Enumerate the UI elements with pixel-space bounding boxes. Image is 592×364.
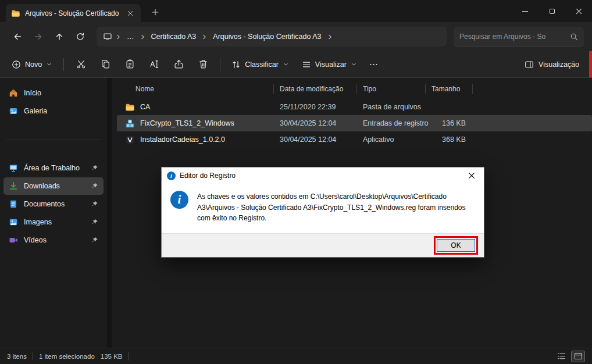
sidebar-divider (0, 120, 107, 159)
up-button[interactable] (49, 27, 70, 47)
navigation-bar: … Certificado A3 Arquivos - Solução Cert… (0, 22, 592, 51)
sidebar-item-galeria[interactable]: Galeria (3, 102, 104, 120)
rename-icon (149, 59, 159, 69)
pictures-icon (9, 217, 18, 227)
file-type: Entradas de registro (357, 119, 426, 127)
close-button[interactable] (565, 0, 592, 22)
column-header-nome[interactable]: Nome (117, 84, 274, 94)
large-icons-view-button[interactable] (571, 351, 585, 362)
copy-icon (101, 59, 110, 69)
dialog-titlebar: i Editor do Registro (162, 167, 484, 184)
sidebar-item-label: Vídeos (24, 236, 47, 244)
downloads-icon (9, 181, 18, 191)
maximize-icon (550, 9, 555, 14)
details-view-button[interactable] (554, 351, 568, 362)
dialog-footer: OK (162, 233, 484, 257)
info-icon: i (170, 191, 188, 209)
sidebar-item-inicio[interactable]: Início (3, 84, 104, 102)
file-row-fixcrypto[interactable]: FixCrypto_TLS1_2_Windows 30/04/2025 12:0… (117, 115, 592, 131)
ok-button-annotation: OK (434, 236, 478, 255)
status-bar: 3 itens 1 item selecionado 135 KB (0, 348, 592, 364)
column-header-tipo[interactable]: Tipo (357, 84, 426, 94)
sidebar-item-downloads[interactable]: Downloads (3, 177, 104, 195)
new-button[interactable]: Novo (6, 56, 58, 73)
dialog-body: i As chaves e os valores contidos em C:\… (162, 184, 484, 233)
dialog-close-button[interactable] (459, 167, 484, 184)
minimize-button[interactable] (512, 0, 538, 22)
application-icon (125, 135, 135, 145)
search-input[interactable] (459, 33, 565, 41)
preview-pane-icon (525, 60, 534, 69)
refresh-icon (76, 32, 85, 41)
titlebar: Arquivos - Solução Certificado (0, 0, 592, 22)
copy-button[interactable] (94, 55, 117, 74)
sidebar-item-imagens[interactable]: Imagens (3, 213, 104, 231)
sidebar-scrollbar[interactable] (107, 78, 112, 348)
view-icon (302, 60, 311, 69)
this-pc-icon[interactable] (101, 32, 114, 41)
breadcrumb-ellipsis[interactable]: … (123, 30, 138, 43)
folder-icon (11, 9, 20, 18)
gallery-icon (9, 106, 18, 116)
delete-button[interactable] (191, 55, 215, 74)
cut-button[interactable] (69, 55, 92, 74)
chevron-down-icon (283, 61, 289, 67)
new-tab-button[interactable] (148, 5, 163, 20)
forward-button[interactable] (28, 27, 49, 47)
sidebar-item-label: Início (24, 89, 41, 97)
paste-icon (125, 59, 135, 69)
toolbar-separator (220, 58, 220, 71)
rename-button[interactable] (142, 55, 166, 74)
sidebar: Início Galeria Área de Trabalho Download… (0, 78, 107, 348)
file-name: InstaladorCadeias_1.0.2.0 (140, 135, 225, 144)
view-button[interactable]: Visualizar (296, 56, 363, 73)
back-icon (13, 32, 22, 41)
back-button[interactable] (7, 27, 28, 47)
column-header-data-de-modificacao[interactable]: Data de modificação (274, 84, 357, 94)
sidebar-item-area-de-trabalho[interactable]: Área de Trabalho (3, 159, 104, 177)
more-options-button[interactable]: ··· (364, 56, 384, 73)
dialog-title: Editor do Registro (180, 172, 236, 180)
new-button-label: Novo (25, 60, 42, 69)
explorer-tab[interactable]: Arquivos - Solução Certificado (6, 4, 141, 22)
details-view-icon (557, 352, 566, 360)
minimize-icon (522, 11, 528, 12)
pin-icon (91, 201, 98, 208)
red-edge-marker (589, 51, 592, 77)
file-row-ca[interactable]: CA 25/11/2020 22:39 Pasta de arquivos (117, 99, 592, 115)
column-header-tamanho[interactable]: Tamanho (426, 84, 473, 94)
file-row-instaladorcadeias[interactable]: InstaladorCadeias_1.0.2.0 30/04/2025 12:… (117, 131, 592, 148)
share-button[interactable] (167, 55, 190, 74)
file-type: Aplicativo (357, 135, 426, 144)
breadcrumb-item-certificado-a3[interactable]: Certificado A3 (147, 30, 201, 43)
sort-button[interactable]: Classificar (226, 56, 295, 73)
pin-icon (91, 219, 98, 226)
search-icon[interactable] (570, 33, 578, 41)
sort-icon (231, 60, 241, 69)
ok-button[interactable]: OK (437, 239, 475, 252)
preview-toggle-button[interactable]: Visualização (518, 56, 586, 73)
trash-icon (198, 59, 208, 69)
breadcrumb: … Certificado A3 Arquivos - Solução Cert… (97, 27, 447, 47)
large-icons-view-icon (574, 352, 583, 360)
file-name: CA (140, 103, 150, 111)
chevron-right-icon (326, 33, 334, 41)
tab-close-icon[interactable] (125, 8, 135, 19)
pin-icon (91, 165, 98, 172)
paste-button[interactable] (118, 55, 141, 74)
chevron-right-icon (115, 33, 122, 41)
file-size: 368 KB (426, 135, 473, 144)
maximize-button[interactable] (538, 0, 565, 22)
sidebar-item-videos[interactable]: Vídeos (3, 231, 104, 249)
toolbar-separator (63, 58, 64, 71)
chevron-down-icon (46, 61, 52, 67)
breadcrumb-item-arquivos-solucao[interactable]: Arquivos - Solução Certificado A3 (209, 30, 325, 43)
file-type: Pasta de arquivos (357, 103, 426, 111)
documents-icon (9, 199, 18, 209)
items-count: 3 itens (7, 353, 27, 360)
file-modified: 30/04/2025 12:04 (274, 119, 357, 127)
sidebar-item-documentos[interactable]: Documentos (3, 195, 104, 213)
plus-circle-icon (12, 60, 21, 69)
refresh-button[interactable] (70, 27, 91, 47)
share-icon (174, 59, 184, 69)
